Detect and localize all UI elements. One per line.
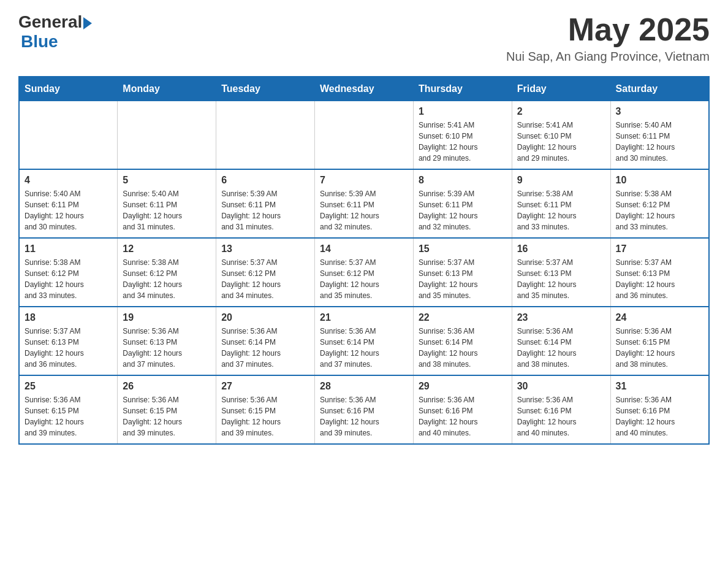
title-area: May 2025 Nui Sap, An Giang Province, Vie… [506, 12, 710, 64]
day-info: Sunrise: 5:37 AM Sunset: 6:12 PM Dayligh… [221, 257, 309, 301]
table-row: 16Sunrise: 5:37 AM Sunset: 6:13 PM Dayli… [512, 238, 610, 307]
day-number: 20 [221, 312, 309, 323]
day-info: Sunrise: 5:37 AM Sunset: 6:13 PM Dayligh… [616, 257, 703, 301]
day-number: 1 [419, 106, 507, 117]
day-number: 21 [320, 312, 408, 323]
table-row: 30Sunrise: 5:36 AM Sunset: 6:16 PM Dayli… [512, 375, 610, 444]
day-number: 3 [616, 106, 703, 117]
day-number: 26 [123, 381, 211, 392]
location-subtitle: Nui Sap, An Giang Province, Vietnam [506, 50, 710, 64]
day-info: Sunrise: 5:38 AM Sunset: 6:12 PM Dayligh… [616, 188, 703, 232]
day-info: Sunrise: 5:39 AM Sunset: 6:11 PM Dayligh… [419, 188, 507, 232]
day-number: 28 [320, 381, 408, 392]
table-row: 1Sunrise: 5:41 AM Sunset: 6:10 PM Daylig… [413, 101, 512, 170]
page-header: General Blue May 2025 Nui Sap, An Giang … [18, 12, 710, 64]
table-row: 2Sunrise: 5:41 AM Sunset: 6:10 PM Daylig… [512, 101, 610, 170]
col-sunday: Sunday [19, 77, 118, 101]
day-number: 10 [616, 175, 703, 186]
day-number: 23 [517, 312, 605, 323]
day-number: 4 [25, 175, 112, 186]
table-row: 7Sunrise: 5:39 AM Sunset: 6:11 PM Daylig… [315, 169, 414, 238]
day-number: 25 [25, 381, 112, 392]
day-info: Sunrise: 5:41 AM Sunset: 6:10 PM Dayligh… [419, 120, 507, 164]
table-row: 11Sunrise: 5:38 AM Sunset: 6:12 PM Dayli… [19, 238, 118, 307]
table-row: 23Sunrise: 5:36 AM Sunset: 6:14 PM Dayli… [512, 307, 610, 375]
calendar-week-1: 1Sunrise: 5:41 AM Sunset: 6:10 PM Daylig… [19, 101, 709, 170]
table-row: 21Sunrise: 5:36 AM Sunset: 6:14 PM Dayli… [315, 307, 414, 375]
day-number: 19 [123, 312, 211, 323]
day-number: 30 [517, 381, 605, 392]
table-row: 12Sunrise: 5:38 AM Sunset: 6:12 PM Dayli… [118, 238, 216, 307]
table-row: 4Sunrise: 5:40 AM Sunset: 6:11 PM Daylig… [19, 169, 118, 238]
day-number: 5 [123, 175, 211, 186]
col-tuesday: Tuesday [216, 77, 315, 101]
day-number: 7 [320, 175, 408, 186]
table-row: 14Sunrise: 5:37 AM Sunset: 6:12 PM Dayli… [315, 238, 414, 307]
calendar-header-row: Sunday Monday Tuesday Wednesday Thursday… [19, 77, 709, 101]
table-row: 24Sunrise: 5:36 AM Sunset: 6:15 PM Dayli… [610, 307, 709, 375]
table-row: 6Sunrise: 5:39 AM Sunset: 6:11 PM Daylig… [216, 169, 315, 238]
day-info: Sunrise: 5:37 AM Sunset: 6:13 PM Dayligh… [25, 326, 112, 370]
day-number: 24 [616, 312, 703, 323]
table-row [216, 101, 315, 170]
day-info: Sunrise: 5:36 AM Sunset: 6:15 PM Dayligh… [25, 394, 112, 439]
table-row: 18Sunrise: 5:37 AM Sunset: 6:13 PM Dayli… [19, 307, 118, 375]
day-number: 8 [419, 175, 507, 186]
table-row: 28Sunrise: 5:36 AM Sunset: 6:16 PM Dayli… [315, 375, 414, 444]
day-info: Sunrise: 5:36 AM Sunset: 6:14 PM Dayligh… [320, 326, 408, 370]
table-row: 26Sunrise: 5:36 AM Sunset: 6:15 PM Dayli… [118, 375, 216, 444]
day-info: Sunrise: 5:37 AM Sunset: 6:13 PM Dayligh… [517, 257, 605, 301]
table-row: 19Sunrise: 5:36 AM Sunset: 6:13 PM Dayli… [118, 307, 216, 375]
day-info: Sunrise: 5:36 AM Sunset: 6:16 PM Dayligh… [517, 394, 605, 439]
col-wednesday: Wednesday [315, 77, 414, 101]
day-info: Sunrise: 5:40 AM Sunset: 6:11 PM Dayligh… [123, 188, 211, 232]
col-thursday: Thursday [413, 77, 512, 101]
day-info: Sunrise: 5:41 AM Sunset: 6:10 PM Dayligh… [517, 120, 605, 164]
day-info: Sunrise: 5:40 AM Sunset: 6:11 PM Dayligh… [616, 120, 703, 164]
day-number: 17 [616, 243, 703, 255]
day-info: Sunrise: 5:36 AM Sunset: 6:16 PM Dayligh… [320, 394, 408, 439]
logo: General Blue [18, 12, 92, 52]
day-number: 13 [221, 243, 309, 255]
table-row: 22Sunrise: 5:36 AM Sunset: 6:14 PM Dayli… [413, 307, 512, 375]
calendar-week-4: 18Sunrise: 5:37 AM Sunset: 6:13 PM Dayli… [19, 307, 709, 375]
table-row: 9Sunrise: 5:38 AM Sunset: 6:11 PM Daylig… [512, 169, 610, 238]
day-info: Sunrise: 5:36 AM Sunset: 6:16 PM Dayligh… [419, 394, 507, 439]
table-row: 15Sunrise: 5:37 AM Sunset: 6:13 PM Dayli… [413, 238, 512, 307]
logo-arrow-icon [83, 17, 92, 29]
day-number: 6 [221, 175, 309, 186]
day-number: 11 [25, 243, 112, 255]
calendar-week-2: 4Sunrise: 5:40 AM Sunset: 6:11 PM Daylig… [19, 169, 709, 238]
day-number: 15 [419, 243, 507, 255]
col-monday: Monday [118, 77, 216, 101]
day-info: Sunrise: 5:36 AM Sunset: 6:15 PM Dayligh… [616, 326, 703, 370]
day-number: 2 [517, 106, 605, 117]
month-title: May 2025 [506, 12, 710, 47]
day-info: Sunrise: 5:39 AM Sunset: 6:11 PM Dayligh… [221, 188, 309, 232]
day-info: Sunrise: 5:39 AM Sunset: 6:11 PM Dayligh… [320, 188, 408, 232]
table-row: 31Sunrise: 5:36 AM Sunset: 6:16 PM Dayli… [610, 375, 709, 444]
day-info: Sunrise: 5:36 AM Sunset: 6:15 PM Dayligh… [221, 394, 309, 439]
day-info: Sunrise: 5:36 AM Sunset: 6:14 PM Dayligh… [517, 326, 605, 370]
table-row: 5Sunrise: 5:40 AM Sunset: 6:11 PM Daylig… [118, 169, 216, 238]
day-number: 14 [320, 243, 408, 255]
col-saturday: Saturday [610, 77, 709, 101]
table-row: 27Sunrise: 5:36 AM Sunset: 6:15 PM Dayli… [216, 375, 315, 444]
table-row [19, 101, 118, 170]
day-info: Sunrise: 5:36 AM Sunset: 6:16 PM Dayligh… [616, 394, 703, 439]
calendar-week-5: 25Sunrise: 5:36 AM Sunset: 6:15 PM Dayli… [19, 375, 709, 444]
table-row: 29Sunrise: 5:36 AM Sunset: 6:16 PM Dayli… [413, 375, 512, 444]
day-info: Sunrise: 5:36 AM Sunset: 6:15 PM Dayligh… [123, 394, 211, 439]
logo-blue-text: Blue [21, 32, 58, 52]
table-row: 10Sunrise: 5:38 AM Sunset: 6:12 PM Dayli… [610, 169, 709, 238]
day-number: 22 [419, 312, 507, 323]
day-number: 29 [419, 381, 507, 392]
table-row [315, 101, 414, 170]
day-number: 9 [517, 175, 605, 186]
day-number: 12 [123, 243, 211, 255]
day-number: 27 [221, 381, 309, 392]
day-info: Sunrise: 5:38 AM Sunset: 6:11 PM Dayligh… [517, 188, 605, 232]
day-number: 16 [517, 243, 605, 255]
calendar-week-3: 11Sunrise: 5:38 AM Sunset: 6:12 PM Dayli… [19, 238, 709, 307]
day-info: Sunrise: 5:37 AM Sunset: 6:13 PM Dayligh… [419, 257, 507, 301]
